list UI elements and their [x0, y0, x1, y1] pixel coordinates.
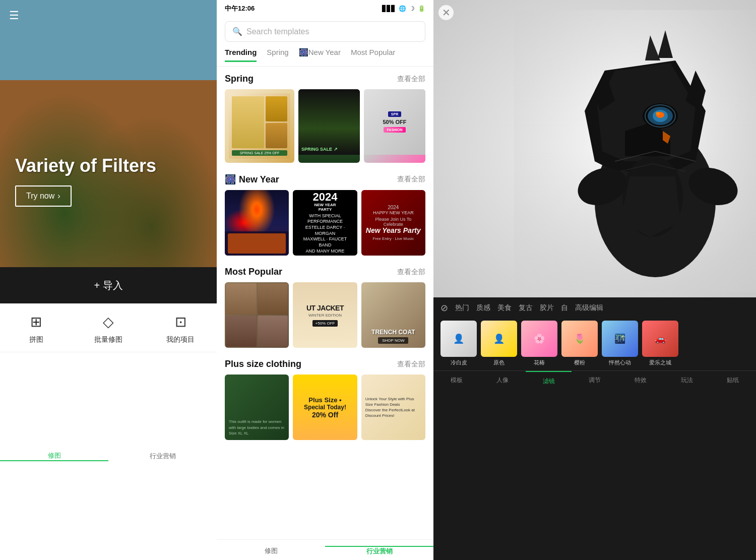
popular-templates-grid: UT JACKET WINTER EDITION +50% OFF TRENCH… [225, 282, 425, 348]
filter-tab-advanced[interactable]: 高级编辑 [575, 302, 603, 314]
import-button[interactable]: + 导入 [0, 267, 217, 303]
popular-more-button[interactable]: 查看全部 [397, 268, 425, 277]
tool-nav-filter[interactable]: 滤镜 [526, 371, 572, 390]
preset-ai-le-thumbnail: 🚗 [642, 321, 678, 357]
plus-template-1[interactable]: This outfit is made for women with large… [225, 375, 289, 440]
plus-template-2[interactable]: Plus Size • Special Today! 20% Off [293, 375, 357, 440]
puzzle-label: 拼图 [29, 335, 43, 344]
plus-section: Plus size clothing 查看全部 This outfit is m… [217, 352, 433, 444]
search-icon: 🔍 [232, 27, 242, 36]
tab-spring[interactable]: Spring [267, 48, 288, 62]
puzzle-icon: ⊞ [30, 314, 42, 330]
preset-jing-ran-label: 怦然心动 [609, 359, 631, 366]
preset-yuan-se[interactable]: 👤 原色 [481, 321, 517, 366]
filter-tab-self[interactable]: 自 [561, 302, 568, 314]
hero-text: Variety of Filters Try now › [15, 155, 156, 207]
middle-panel: 中午12:06 ▊▊▊ 🌐 ☽ 🔋 🔍 Search templates Tre… [217, 0, 433, 560]
left-bottom-nav: 修图 行业营销 [0, 352, 217, 560]
moon-icon: ☽ [409, 5, 415, 12]
marketing-label: 行业营销 [150, 452, 176, 461]
filter-tab-food[interactable]: 美食 [497, 302, 512, 314]
left-nav-retouch[interactable]: 修图 [0, 451, 108, 461]
preset-cold-white[interactable]: 👤 冷白皮 [440, 321, 477, 366]
filter-tab-retro[interactable]: 复古 [519, 302, 533, 314]
preset-hua-tui-label: 花椿 [534, 359, 545, 366]
menu-icon[interactable]: ☰ [9, 9, 19, 22]
plus-template-3[interactable]: Unlock Your Style with Plus Size Fashion… [361, 375, 425, 440]
tab-trending[interactable]: Trending [225, 48, 257, 62]
newyear-template-2[interactable]: 2024 NEW YEAR PARTY WITH SPECIAL PERFORM… [293, 190, 357, 256]
hero-title: Variety of Filters [15, 155, 156, 176]
popular-section: Most Popular 查看全部 UT JACKET [217, 260, 433, 352]
spring-section-title: Spring [225, 74, 254, 84]
left-nav-marketing[interactable]: 行业营销 [108, 452, 217, 461]
close-button[interactable]: ✕ [438, 5, 454, 20]
puzzle-action[interactable]: ⊞ 拼图 [0, 314, 72, 344]
preset-ai-le-label: 爱乐之城 [649, 359, 671, 366]
right-panel: ✕ [433, 0, 756, 560]
popular-template-2[interactable]: UT JACKET WINTER EDITION +50% OFF [293, 282, 357, 348]
preset-cold-white-label: 冷白皮 [451, 359, 467, 366]
svg-point-7 [656, 112, 660, 115]
templates-scroll[interactable]: Spring 查看全部 [217, 67, 433, 539]
tool-nav-effects[interactable]: 特效 [618, 371, 664, 390]
spring-template-1[interactable]: SPRING SALE 25% OFF [225, 89, 294, 163]
plus-section-header: Plus size clothing 查看全部 [225, 359, 425, 369]
batch-action[interactable]: ◇ 批量修图 [72, 314, 144, 344]
middle-bottom-nav: 修图 行业营销 [217, 539, 433, 560]
filter-tab-hot[interactable]: 热门 [455, 302, 469, 314]
newyear-more-button[interactable]: 查看全部 [397, 175, 425, 184]
middle-nav-retouch[interactable]: 修图 [217, 546, 325, 555]
filter-tab-film[interactable]: 胶片 [540, 302, 554, 314]
middle-nav-marketing[interactable]: 行业营销 [325, 546, 433, 556]
filter-tab-texture[interactable]: 质感 [476, 302, 490, 314]
status-bar: 中午12:06 ▊▊▊ 🌐 ☽ 🔋 [217, 0, 433, 17]
tab-newyear[interactable]: 🎆New Year [299, 48, 341, 62]
spring-template-3[interactable]: SPR 50% OFF FASHION [364, 89, 425, 163]
tool-nav-adjust[interactable]: 调节 [572, 371, 617, 390]
batch-icon: ◇ [103, 314, 114, 330]
status-icons: ▊▊▊ 🌐 ☽ 🔋 [382, 5, 425, 12]
battery-icon: 🔋 [418, 5, 425, 12]
search-placeholder: Search templates [246, 27, 309, 36]
category-tabs: Trending Spring 🎆New Year Most Popular [217, 48, 433, 67]
preset-jing-ran[interactable]: 🌃 怦然心动 [602, 321, 638, 366]
newyear-section-title: 🎆 New Year [225, 174, 279, 185]
anime-figure [514, 10, 756, 292]
filter-tabs: ⊘ 热门 质感 美食 复古 胶片 自 高级编辑 [433, 297, 756, 317]
newyear-section-header: 🎆 New Year 查看全部 [225, 174, 425, 185]
newyear-section: 🎆 New Year 查看全部 2024 [217, 167, 433, 260]
plus-more-button[interactable]: 查看全部 [397, 360, 425, 369]
search-bar[interactable]: 🔍 Search templates [225, 21, 425, 42]
tool-nav-play[interactable]: 玩法 [664, 371, 710, 390]
quick-actions: ⊞ 拼图 ◇ 批量修图 ⊡ 我的项目 [0, 303, 217, 352]
newyear-template-3[interactable]: 2024 HAPPY NEW YEAR Please Join Us To Ce… [361, 190, 425, 256]
try-now-button[interactable]: Try now › [15, 185, 72, 207]
tool-nav-template[interactable]: 模板 [433, 371, 479, 390]
popular-section-title: Most Popular [225, 267, 282, 277]
retouch-label: 修图 [48, 451, 61, 460]
projects-action[interactable]: ⊡ 我的项目 [145, 314, 217, 344]
left-panel: ☰ Variety of Filters Try now › + 导入 ⊞ 拼图… [0, 0, 217, 560]
preset-yuan-se-label: 原色 [493, 359, 505, 366]
wifi-icon: 🌐 [399, 5, 406, 12]
tool-nav: 模板 人像 滤镜 调节 特效 玩法 贴纸 [433, 370, 756, 390]
tool-nav-sticker[interactable]: 贴纸 [710, 371, 756, 390]
tab-popular[interactable]: Most Popular [351, 48, 395, 62]
preset-hua-tui[interactable]: 🌸 花椿 [521, 321, 557, 366]
popular-template-3[interactable]: TRENCH COAT SHOP NOW [361, 282, 425, 348]
preset-ying-fen[interactable]: 🌷 樱粉 [561, 321, 598, 366]
projects-label: 我的项目 [166, 335, 195, 344]
projects-icon: ⊡ [175, 314, 186, 330]
preset-cold-white-thumbnail: 👤 [440, 321, 477, 357]
newyear-templates-grid: 2024 NEW YEAR PARTY WITH SPECIAL PERFORM… [225, 190, 425, 256]
newyear-template-1[interactable] [225, 190, 289, 256]
preset-ai-le[interactable]: 🚗 爱乐之城 [642, 321, 678, 366]
spring-templates-grid: SPRING SALE 25% OFF SPRING SALE ↗ SPR 50… [225, 89, 425, 163]
popular-template-1[interactable] [225, 282, 289, 348]
no-filter-icon[interactable]: ⊘ [440, 302, 448, 314]
try-now-label: Try now [26, 192, 54, 201]
spring-more-button[interactable]: 查看全部 [397, 75, 425, 84]
tool-nav-portrait[interactable]: 人像 [479, 371, 525, 390]
spring-template-2[interactable]: SPRING SALE ↗ [298, 89, 360, 163]
